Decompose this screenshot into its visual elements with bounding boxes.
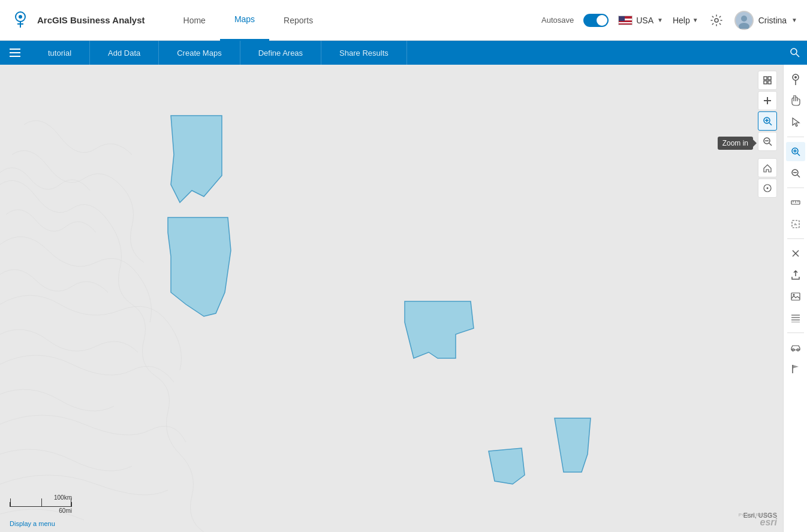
scale-mi: 60mi: [59, 507, 72, 514]
toolbar-vehicle-button[interactable]: [786, 338, 805, 357]
zoom-tooltip: Zoom in: [718, 137, 753, 150]
zoom-in-button[interactable]: [758, 91, 777, 110]
svg-rect-48: [791, 293, 800, 300]
subnav-share-results[interactable]: Share Results: [321, 41, 407, 65]
list-icon: [791, 314, 800, 322]
pin-icon: [791, 73, 800, 85]
map-controls: [758, 71, 777, 198]
flag-icon: [618, 16, 633, 25]
user-chevron: ▼: [791, 17, 797, 23]
help-chevron: ▼: [692, 17, 698, 23]
country-selector[interactable]: USA ▼: [618, 16, 663, 25]
autosave-label: Autosave: [541, 16, 574, 25]
svg-marker-16: [489, 448, 525, 484]
toolbar-divider-4: [787, 332, 804, 333]
extent-icon: [763, 75, 772, 85]
toolbar-list-button[interactable]: [786, 309, 805, 328]
map-container[interactable]: Zoom in: [0, 65, 807, 532]
svg-point-1: [19, 15, 22, 19]
svg-rect-6: [10, 49, 20, 50]
toolbar-divider-1: [787, 137, 804, 137]
hamburger-icon: [10, 49, 20, 57]
plus-icon: [763, 96, 772, 105]
brand: ArcGIS Business Analyst: [10, 10, 145, 31]
scale-km: 100km: [54, 494, 72, 501]
zoom-in-icon: [763, 116, 772, 126]
toolbar-area-select-button[interactable]: [786, 214, 805, 234]
user-avatar: [734, 11, 754, 30]
svg-point-2: [715, 19, 718, 22]
right-toolbar: [783, 65, 807, 532]
settings-button[interactable]: [708, 12, 725, 29]
toolbar-zoom-out-search[interactable]: [786, 164, 805, 183]
toolbar-select-button[interactable]: [786, 113, 805, 132]
toolbar-flag-button[interactable]: [786, 359, 805, 379]
map-view: [0, 65, 807, 532]
compass-icon: [763, 183, 772, 193]
brand-logo: [10, 10, 31, 31]
search-icon: [790, 48, 800, 58]
help-button[interactable]: Help ▼: [673, 16, 698, 25]
toolbar-image-button[interactable]: [786, 287, 805, 306]
toolbar-zoom-in-search[interactable]: [786, 142, 805, 161]
zoom-to-extent-button[interactable]: [758, 71, 777, 90]
svg-point-31: [767, 188, 769, 189]
svg-line-28: [769, 143, 772, 146]
brand-title: ArcGIS Business Analyst: [37, 15, 145, 25]
search-zoom-out-icon: [791, 168, 800, 178]
svg-rect-20: [768, 81, 771, 84]
toolbar-pin-button[interactable]: [786, 69, 805, 89]
svg-rect-8: [10, 56, 20, 57]
toolbar-export-button[interactable]: [786, 265, 805, 285]
svg-rect-19: [764, 81, 767, 84]
subnav-create-maps[interactable]: Create Maps: [159, 41, 240, 65]
zoom-magnify-button[interactable]: [758, 111, 777, 131]
esri-branding: POWERED BY esri: [739, 512, 777, 527]
svg-line-10: [796, 54, 799, 57]
avatar-image: [736, 12, 752, 29]
svg-point-9: [791, 49, 797, 55]
zoom-out-icon: [763, 137, 772, 146]
hamburger-menu[interactable]: [0, 41, 30, 65]
svg-point-49: [793, 294, 794, 296]
svg-point-33: [794, 76, 797, 78]
svg-rect-11: [0, 65, 807, 532]
toolbar-measure-button[interactable]: [786, 193, 805, 212]
main-nav: Home Maps Reports: [169, 0, 542, 41]
autosave-toggle[interactable]: [583, 14, 609, 27]
nav-right: Autosave USA ▼ Help ▼: [541, 11, 797, 30]
area-select-icon: [791, 219, 800, 229]
user-menu[interactable]: Cristina ▼: [734, 11, 797, 30]
map-polygon-5: [489, 448, 525, 484]
svg-rect-7: [10, 52, 20, 53]
user-name: Cristina: [758, 16, 787, 25]
search-button[interactable]: [783, 41, 807, 65]
toolbar-close-button[interactable]: [786, 244, 805, 263]
toolbar-divider-2: [787, 188, 804, 188]
compass-button[interactable]: [758, 179, 777, 198]
nav-maps[interactable]: Maps: [220, 0, 269, 41]
svg-rect-17: [764, 77, 767, 80]
country-label: USA: [636, 16, 654, 25]
gear-icon: [710, 14, 722, 26]
svg-line-24: [769, 123, 772, 125]
svg-rect-18: [768, 77, 771, 80]
measure-icon: [791, 198, 800, 207]
toolbar-divider-3: [787, 238, 804, 239]
display-menu-label[interactable]: Display a menu: [10, 520, 55, 527]
home-extent-button[interactable]: [758, 158, 777, 177]
subnav-tutorial[interactable]: tutorial: [30, 41, 90, 65]
home-icon: [763, 163, 772, 173]
zoom-out-map-button[interactable]: [758, 132, 777, 151]
help-label: Help: [673, 16, 690, 25]
sub-nav: tutorial Add Data Create Maps Define Are…: [0, 41, 807, 65]
hand-icon: [790, 95, 801, 106]
subnav-add-data[interactable]: Add Data: [90, 41, 159, 65]
toolbar-pan-button[interactable]: [786, 91, 805, 110]
search-zoom-icon: [791, 147, 800, 156]
nav-home[interactable]: Home: [169, 0, 220, 41]
x-icon: [791, 249, 800, 258]
car-icon: [790, 343, 801, 352]
nav-reports[interactable]: Reports: [269, 0, 327, 41]
subnav-define-areas[interactable]: Define Areas: [240, 41, 321, 65]
